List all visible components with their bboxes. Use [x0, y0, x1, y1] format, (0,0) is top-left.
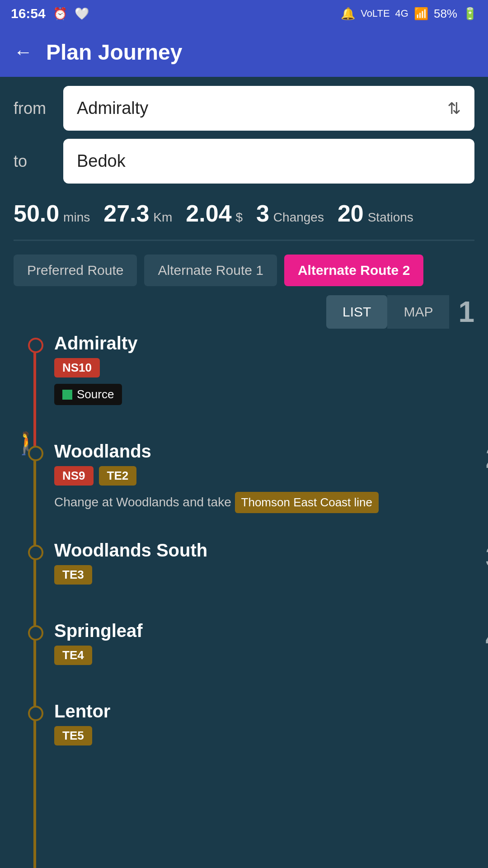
station-name: Springleaf [54, 621, 143, 641]
stat-stations-unit: Stations [368, 210, 413, 224]
station-tag: TE2 [99, 466, 137, 486]
battery-icon: 🔋 [463, 7, 477, 21]
station-name: Lentor [54, 701, 110, 721]
stat-km-unit: Km [153, 210, 172, 224]
heart-icon: 🤍 [75, 7, 89, 21]
vol-icon: 🔔 [341, 7, 355, 21]
station-item: Woodlands South TE3 3 [54, 540, 474, 585]
station-tags: TE3 [54, 565, 474, 585]
step-number-1: 1 [458, 295, 474, 329]
route-tabs: Preferred Route Alternate Route 1 Altern… [14, 245, 474, 295]
station-tag: NS10 [54, 358, 100, 377]
tab-alternate-route-1[interactable]: Alternate Route 1 [144, 255, 277, 286]
map-view-button[interactable]: MAP [387, 295, 449, 329]
change-note: Change at Woodlands and take Thomson Eas… [54, 492, 474, 513]
to-field[interactable]: Bedok [63, 139, 474, 184]
from-value: Admiralty [77, 99, 148, 118]
step-number-4: 4 [485, 621, 488, 654]
4g-icon: 4G [395, 8, 408, 19]
step-number-3: 3 [485, 540, 488, 574]
station-tags: TE4 [54, 646, 474, 665]
stat-km: 27.3 [103, 200, 149, 226]
station-dot [28, 446, 43, 461]
to-value: Bedok [77, 151, 126, 171]
tab-preferred-route[interactable]: Preferred Route [14, 255, 137, 286]
stat-mins-unit: mins [63, 210, 90, 224]
step-number-2: 2 [485, 441, 488, 475]
station-name: Admiralty [54, 333, 138, 353]
main-content: from Admiralty ⇅ to Bedok 50.0 mins 27.3… [0, 77, 488, 782]
view-toggle: LIST MAP 1 [23, 295, 474, 329]
station-item: Admiralty NS10 Source [54, 333, 474, 405]
to-label: to [14, 152, 63, 171]
status-bar: 16:54 ⏰ 🤍 🔔 VoLTE 4G 📶 58% 🔋 [0, 0, 488, 27]
journey-content: LIST MAP 1 Admiralty NS10 [14, 295, 474, 773]
change-line-badge: Thomson East Coast line [235, 492, 379, 513]
stat-stations: 20 [338, 200, 364, 226]
station-dot [28, 545, 43, 560]
from-label: from [14, 99, 63, 118]
station-item: Woodlands NS9 TE2 2 Change at Woodlands … [54, 441, 474, 513]
station-item: Springleaf TE4 4 [54, 621, 474, 665]
line-brown-segment [33, 451, 36, 868]
from-row: from Admiralty ⇅ [14, 86, 474, 131]
stat-mins: 50.0 [14, 200, 59, 226]
source-label: Source [77, 387, 114, 401]
alarm-icon: ⏰ [53, 7, 67, 21]
station-tag: TE4 [54, 646, 92, 665]
station-item: Lentor TE5 [54, 701, 474, 745]
station-tag: TE3 [54, 565, 92, 585]
station-name: Woodlands [54, 441, 151, 461]
back-button[interactable]: ← [14, 42, 33, 61]
station-tags: NS10 [54, 358, 474, 377]
list-view-button[interactable]: LIST [326, 295, 387, 329]
swap-icon[interactable]: ⇅ [447, 99, 461, 118]
station-list: Admiralty NS10 Source Woodlands NS9 [23, 333, 474, 745]
station-tags: TE5 [54, 726, 474, 745]
page-title: Plan Journey [46, 40, 182, 65]
station-dot [28, 338, 43, 353]
source-green-square [62, 390, 72, 400]
station-dot [28, 625, 43, 641]
status-time: 16:54 [11, 6, 46, 21]
station-tag: TE5 [54, 726, 92, 745]
lte-icon: VoLTE [361, 8, 389, 19]
station-tags: NS9 TE2 [54, 466, 474, 486]
station-tag: NS9 [54, 466, 94, 486]
stat-cost-unit: $ [235, 210, 243, 224]
line-red-segment [33, 347, 36, 451]
stat-cost: 2.04 [186, 200, 231, 226]
app-header: ← Plan Journey [0, 27, 488, 77]
journey-area: 🚶 LIST MAP 1 Admiralty NS10 [14, 295, 474, 773]
stat-changes: 3 [256, 200, 269, 226]
journey-stats: 50.0 mins 27.3 Km 2.04 $ 3 Changes 20 St… [14, 192, 474, 235]
station-name: Woodlands South [54, 540, 207, 560]
signal-icon: 📶 [414, 7, 428, 21]
source-badge: Source [54, 384, 122, 405]
tab-alternate-route-2[interactable]: Alternate Route 2 [284, 255, 423, 286]
divider [14, 240, 474, 241]
to-row: to Bedok [14, 139, 474, 184]
from-field[interactable]: Admiralty ⇅ [63, 86, 474, 131]
stat-changes-unit: Changes [273, 210, 324, 224]
battery-percent: 58% [434, 7, 457, 21]
station-dot [28, 706, 43, 721]
